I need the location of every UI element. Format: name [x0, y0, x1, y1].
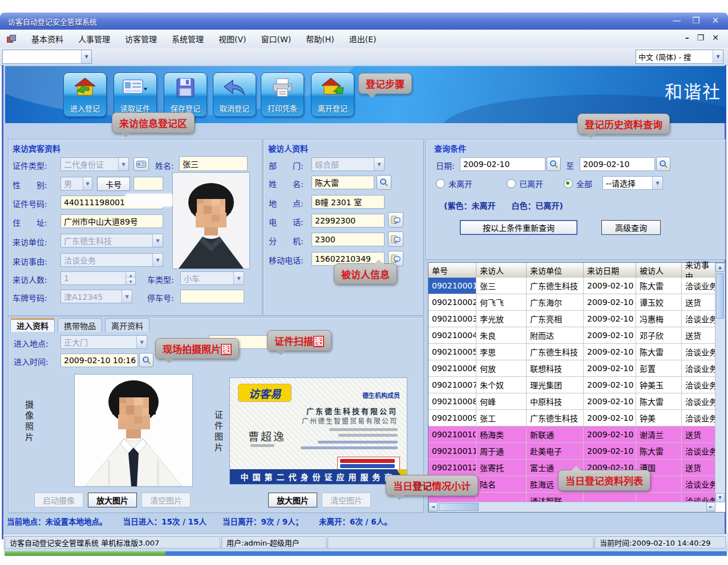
table-cell[interactable]: 附而达 — [527, 327, 584, 343]
table-cell[interactable]: 090210009 — [428, 410, 476, 426]
table-cell[interactable]: 洽谈业务 — [682, 344, 715, 360]
enter-register-button[interactable]: 进入登记 — [63, 72, 107, 117]
table-cell[interactable]: 通达智联 — [527, 493, 584, 502]
table-cell[interactable]: 张三 — [476, 278, 527, 294]
clear-card-button[interactable]: 清空图片 — [322, 493, 371, 507]
table-cell[interactable]: 张工 — [476, 410, 527, 426]
entry-place-select[interactable]: 正大门 ▼ — [60, 335, 147, 349]
people-count-stepper[interactable]: 1 ▲▼ — [60, 271, 136, 285]
table-cell[interactable]: 冯惠梅 — [636, 311, 682, 327]
table-cell[interactable]: 钟美 — [636, 410, 682, 426]
chevron-down-icon[interactable]: ▼ — [152, 254, 163, 266]
menu-system[interactable]: 系统管理 — [164, 31, 211, 47]
table-cell[interactable]: 2009-02-10 — [584, 377, 636, 393]
table-cell[interactable]: 朱良 — [476, 327, 527, 343]
table-cell[interactable]: 谭玉姣 — [636, 294, 682, 310]
date-to-picker-button[interactable] — [656, 157, 670, 171]
table-cell[interactable]: 洽谈业务 — [682, 393, 715, 409]
tab-entry-info[interactable]: 进入资料 — [10, 318, 55, 332]
table-cell[interactable]: 洽谈业务 — [682, 360, 715, 376]
table-cell[interactable]: 谢清兰 — [636, 426, 682, 442]
tab-leave-info[interactable]: 离开资料 — [105, 318, 149, 332]
menu-hr[interactable]: 人事管理 — [71, 31, 118, 47]
table-cell[interactable]: 新联通 — [527, 426, 584, 442]
radio-all[interactable]: 全部 — [564, 178, 592, 189]
table-row[interactable]: 090210001张三广东德生科技2009-02-10陈大雷洽谈业务 — [428, 278, 715, 294]
column-header[interactable]: 来访人 — [476, 263, 527, 278]
vertical-scrollbar[interactable]: ▲ ▼ — [715, 263, 725, 502]
mdi-minimize-button[interactable]: – — [685, 33, 689, 42]
table-cell[interactable]: 广东亮相 — [527, 311, 584, 327]
date-from-picker-button[interactable] — [547, 157, 561, 171]
clear-photo-button[interactable]: 清空图片 — [141, 493, 191, 507]
table-cell[interactable]: 090210002 — [428, 294, 476, 310]
dept-select[interactable]: 综合部 ▼ — [312, 157, 385, 171]
table-cell[interactable]: 090210010 — [428, 426, 476, 442]
table-cell[interactable]: 联想科技 — [527, 360, 584, 376]
table-row[interactable]: 090210002何飞飞广东海尔2009-02-10谭玉姣送货 — [428, 294, 715, 311]
table-cell[interactable]: 2009-02-10 — [584, 344, 636, 360]
chevron-down-icon[interactable]: ▼ — [81, 50, 91, 63]
print-slip-button[interactable]: 打印凭条 — [261, 72, 304, 117]
chevron-down-icon[interactable]: ▼ — [652, 177, 662, 189]
table-cell[interactable]: 090210007 — [428, 377, 476, 393]
table-row[interactable]: 090210011周于通赴美电子2009-02-10陈大雷洽谈业务 — [428, 443, 715, 460]
table-cell[interactable]: 洽谈业务 — [682, 410, 715, 426]
phone-sms-button[interactable] — [388, 212, 403, 227]
table-cell[interactable]: 送货 — [682, 460, 715, 475]
table-cell[interactable]: 洽谈业务 — [682, 377, 715, 393]
table-cell[interactable]: 何放 — [476, 360, 527, 376]
chevron-down-icon[interactable]: ▼ — [152, 234, 163, 247]
ext-field[interactable]: 2300 — [312, 233, 385, 246]
visit-reason-select[interactable]: 洽谈业务 ▼ — [60, 253, 163, 267]
table-row[interactable]: 090210007朱个奴理光集团2009-02-10钟美玉洽谈业务 — [428, 377, 715, 393]
table-cell[interactable]: 钟美玉 — [636, 377, 682, 393]
menu-visitor[interactable]: 访客管理 — [118, 31, 164, 47]
minimize-button[interactable]: — — [670, 15, 683, 26]
plate-select[interactable]: 津A12345 ▼ — [60, 290, 132, 303]
chevron-down-icon[interactable]: ▼ — [713, 51, 723, 63]
table-cell[interactable]: 2009-02-10 — [584, 443, 636, 459]
date-from-field[interactable]: 2009-02-10 — [460, 157, 545, 171]
table-cell[interactable]: 中原科技 — [527, 393, 584, 409]
scroll-thumb[interactable] — [439, 503, 479, 511]
horizontal-scrollbar[interactable]: ◄ ► — [428, 502, 715, 512]
table-cell[interactable]: 广东德生科技 — [527, 278, 584, 294]
card-number-field[interactable] — [134, 177, 163, 190]
menu-exit[interactable]: 退出(E) — [342, 31, 384, 47]
table-cell[interactable]: 杨海类 — [476, 426, 527, 442]
table-cell[interactable]: 洽谈业务 — [682, 443, 715, 459]
menu-help[interactable]: 帮助(H) — [298, 31, 341, 47]
enlarge-photo-button[interactable]: 放大图片 — [88, 493, 137, 507]
table-cell[interactable]: 邓子欣 — [636, 327, 682, 343]
advanced-query-button[interactable]: 高级查询 — [601, 220, 661, 235]
visit-company-select[interactable]: 广东德生科技 ▼ — [60, 234, 163, 247]
table-cell[interactable] — [636, 493, 682, 502]
close-button[interactable]: ✕ — [709, 15, 722, 26]
table-row[interactable]: 090210006何放联想科技2009-02-10彭置洽谈业务 — [428, 360, 715, 377]
table-cell[interactable]: 090210004 — [428, 327, 476, 343]
table-cell[interactable] — [476, 493, 527, 502]
table-cell[interactable]: 李思 — [476, 344, 527, 360]
language-selector[interactable]: 中文 (简体) - 搜 ▼ — [636, 50, 723, 64]
table-cell[interactable]: 2009-02-10 — [584, 311, 636, 327]
column-header[interactable]: 来访日期 — [584, 263, 636, 278]
table-cell[interactable]: 周于通 — [476, 443, 527, 459]
chevron-down-icon[interactable]: ▼ — [122, 290, 132, 303]
table-cell[interactable]: 理光集团 — [527, 377, 584, 393]
table-cell[interactable]: 090210001 — [428, 278, 476, 294]
mdi-close-button[interactable]: ✕ — [712, 33, 719, 42]
column-header[interactable]: 被访人 — [636, 263, 682, 278]
table-row[interactable]: 090210004朱良附而达2009-02-10邓子欣送货 — [428, 327, 715, 344]
card-number-button[interactable]: 卡号 — [97, 177, 130, 191]
mdi-restore-button[interactable]: ❐ — [697, 33, 705, 42]
scroll-right-icon[interactable]: ► — [706, 502, 715, 511]
tab-carried-items[interactable]: 携带物品 — [58, 318, 102, 332]
location-field[interactable]: B幢 2301 室 — [312, 195, 385, 209]
table-cell[interactable]: 广东德生科技 — [527, 344, 584, 360]
table-cell[interactable]: 2009-02-10 — [584, 278, 636, 294]
table-cell[interactable]: 090210008 — [428, 393, 476, 409]
entry-time-picker-button[interactable] — [139, 353, 153, 367]
table-cell[interactable]: 彭置 — [636, 360, 682, 376]
chevron-down-icon[interactable]: ▼ — [83, 177, 92, 190]
